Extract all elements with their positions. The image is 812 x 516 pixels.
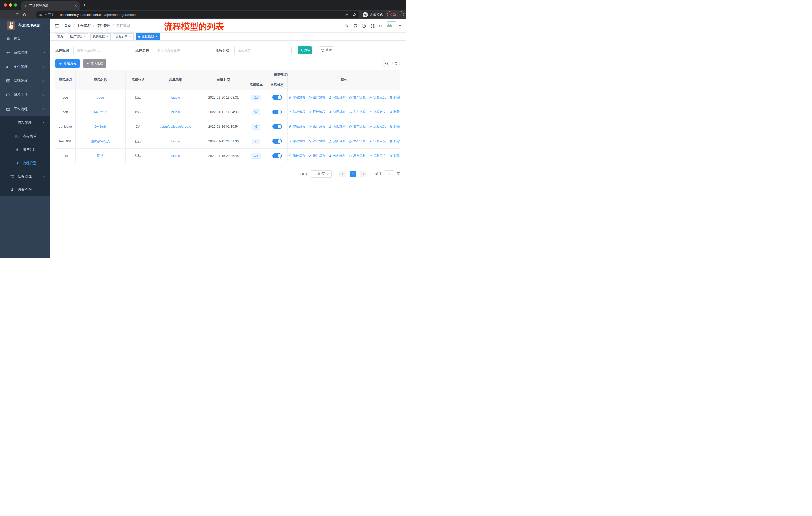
- action-设计流程[interactable]: 设计流程: [309, 110, 325, 114]
- action-流程定义[interactable]: 流程定义: [369, 110, 386, 114]
- window-close-button[interactable]: [3, 3, 7, 6]
- font-size-icon[interactable]: TT: [377, 24, 385, 28]
- action-流程定义[interactable]: 流程定义: [369, 95, 386, 100]
- avatar-caret-icon[interactable]: [399, 25, 402, 27]
- tag-close-icon[interactable]: ✕: [129, 35, 131, 38]
- action-删除[interactable]: 删除: [389, 139, 400, 143]
- chrome-update-button[interactable]: 更新 ⋮: [387, 11, 404, 18]
- page-size-select[interactable]: 10条/页: [311, 170, 332, 178]
- breadcrumb-item[interactable]: 流程管理: [96, 24, 111, 28]
- action-修改流程[interactable]: 修改流程: [288, 154, 305, 158]
- current-page-button[interactable]: 1: [350, 170, 356, 177]
- form-link[interactable]: biubiu: [151, 148, 201, 163]
- sidebar-item-3[interactable]: 基础设施: [0, 74, 50, 88]
- tab-close-icon[interactable]: ✕: [74, 3, 77, 7]
- breadcrumb-item[interactable]: 首页: [64, 24, 71, 28]
- window-zoom-button[interactable]: [14, 3, 18, 6]
- sidebar-item-9[interactable]: 流程模型: [0, 156, 50, 169]
- action-分配规则[interactable]: 分配规则: [329, 154, 346, 158]
- action-修改流程[interactable]: 修改流程: [288, 110, 305, 114]
- form-link[interactable]: biubiu: [151, 134, 201, 148]
- sidebar-item-5[interactable]: 工作流程: [0, 102, 50, 116]
- browser-tab[interactable]: 芋道管理系统 ✕: [21, 1, 80, 10]
- import-process-button[interactable]: ⏶̲ 导入流程: [83, 59, 107, 67]
- help-icon[interactable]: [360, 24, 368, 28]
- action-设计流程[interactable]: 设计流程: [309, 95, 325, 100]
- process-name-link[interactable]: eeee: [76, 90, 125, 105]
- action-发布流程[interactable]: 发布流程: [349, 154, 366, 158]
- tag-流程模型[interactable]: 流程模型✕: [136, 33, 160, 40]
- active-toggle[interactable]: [272, 124, 282, 129]
- address-bar[interactable]: 不安全 dashboard.yudao.iocoder.cn/bpm/manag…: [36, 11, 359, 18]
- action-设计流程[interactable]: 设计流程: [309, 125, 325, 129]
- action-分配规则[interactable]: 分配规则: [329, 110, 346, 114]
- tag-我的流程[interactable]: 我的流程✕: [90, 33, 111, 40]
- sidebar-item-8[interactable]: 用户分组: [0, 143, 50, 156]
- action-流程定义[interactable]: 流程定义: [369, 154, 386, 158]
- process-name-link[interactable]: 测试多审批人: [76, 134, 125, 148]
- action-发布流程[interactable]: 发布流程: [349, 110, 366, 114]
- breadcrumb-item[interactable]: 工作流程: [77, 24, 91, 28]
- action-删除[interactable]: 删除: [389, 125, 400, 129]
- home-button[interactable]: [23, 12, 30, 17]
- action-流程定义[interactable]: 流程定义: [369, 139, 386, 143]
- action-分配规则[interactable]: 分配规则: [329, 139, 346, 143]
- prev-page-button[interactable]: [339, 170, 346, 177]
- action-修改流程[interactable]: 修改流程: [288, 139, 305, 143]
- tag-首页[interactable]: 首页: [55, 33, 65, 40]
- action-设计流程[interactable]: 设计流程: [309, 154, 325, 158]
- back-button[interactable]: ←: [0, 12, 7, 17]
- refresh-table-button[interactable]: [393, 60, 400, 67]
- action-流程定义[interactable]: 流程定义: [369, 125, 386, 129]
- sidebar-item-4[interactable]: 研发工具: [0, 88, 50, 102]
- header-search-icon[interactable]: [343, 24, 351, 28]
- github-icon[interactable]: [351, 24, 360, 28]
- action-删除[interactable]: 删除: [389, 95, 400, 100]
- process-name-link[interactable]: 自己审批: [76, 105, 125, 119]
- action-删除[interactable]: 删除: [389, 154, 400, 158]
- forward-button[interactable]: →: [7, 12, 15, 17]
- goto-page-input[interactable]: [384, 170, 394, 178]
- sidebar-item-10[interactable]: 任务管理: [0, 169, 50, 183]
- sidebar-item-2[interactable]: ¥支付管理: [0, 60, 50, 74]
- action-修改流程[interactable]: 修改流程: [288, 95, 305, 100]
- create-process-button[interactable]: ＋ 新建流程: [55, 59, 80, 67]
- action-修改流程[interactable]: 修改流程: [288, 125, 305, 129]
- sidebar-item-7[interactable]: 流程表单: [0, 130, 50, 143]
- action-分配规则[interactable]: 分配规则: [329, 125, 346, 129]
- sidebar-item-11[interactable]: 请假查询: [0, 183, 50, 196]
- window-minimize-button[interactable]: [9, 3, 12, 6]
- key-icon[interactable]: [344, 12, 348, 17]
- search-button[interactable]: 搜索: [297, 46, 312, 54]
- active-toggle[interactable]: [272, 154, 282, 158]
- browser-menu-icon[interactable]: ⋮: [398, 13, 402, 17]
- sidebar-item-1[interactable]: 系统管理: [0, 46, 50, 60]
- action-发布流程[interactable]: 发布流程: [349, 139, 366, 143]
- action-删除[interactable]: 删除: [389, 110, 400, 114]
- action-发布流程[interactable]: 发布流程: [349, 95, 366, 100]
- filter-name-input[interactable]: [154, 46, 211, 54]
- form-link[interactable]: /bpm/oa/leave/create: [151, 119, 201, 134]
- filter-id-input[interactable]: [74, 46, 131, 54]
- active-toggle[interactable]: [272, 110, 282, 114]
- action-设计流程[interactable]: 设计流程: [309, 139, 325, 143]
- tag-租户管理[interactable]: 租户管理✕: [68, 33, 88, 40]
- active-toggle[interactable]: [272, 95, 282, 100]
- filter-category-select[interactable]: 流程分类: [234, 46, 292, 54]
- bookmark-star-icon[interactable]: [352, 12, 356, 17]
- action-发布流程[interactable]: 发布流程: [349, 125, 366, 129]
- new-tab-button[interactable]: +: [83, 2, 86, 8]
- reload-button[interactable]: [15, 13, 23, 17]
- form-link[interactable]: biubiu: [151, 105, 201, 119]
- action-分配规则[interactable]: 分配规则: [329, 95, 346, 100]
- fullscreen-icon[interactable]: [368, 24, 377, 28]
- tag-close-icon[interactable]: ✕: [155, 35, 157, 38]
- reset-button[interactable]: 重置: [319, 46, 334, 54]
- sidebar-collapse-icon[interactable]: [55, 24, 59, 28]
- form-link[interactable]: biubiu: [151, 90, 201, 105]
- sidebar-item-6[interactable]: 流程管理: [0, 116, 50, 130]
- process-name-link[interactable]: OA 请假: [76, 119, 125, 134]
- sidebar-logo[interactable]: 芋道管理系统: [0, 19, 50, 31]
- sidebar-item-0[interactable]: 首页: [0, 31, 50, 46]
- tag-close-icon[interactable]: ✕: [106, 35, 109, 38]
